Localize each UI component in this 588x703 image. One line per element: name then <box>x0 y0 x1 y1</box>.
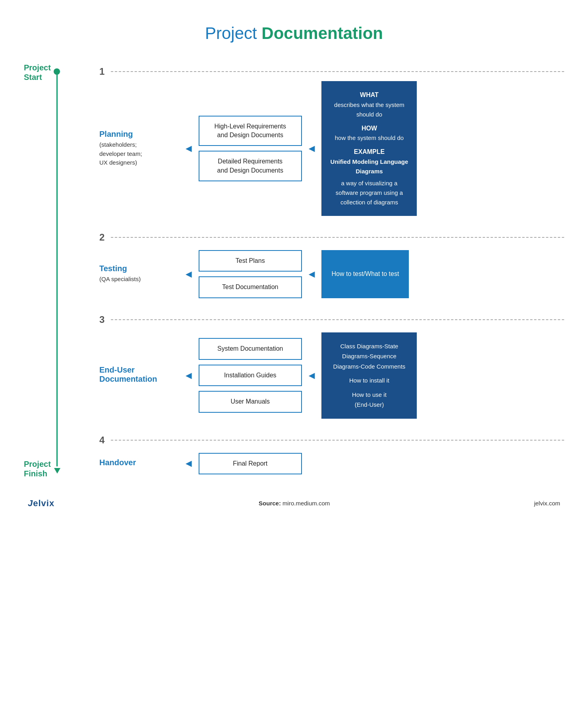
footer: Jelvix Source: miro.medium.com jelvix.co… <box>24 498 564 509</box>
phase-3-section: 3 End-UserDocumentation ◄ System Documen… <box>99 314 564 431</box>
phase-2-docs: Test Plans Test Documentation <box>199 250 302 298</box>
doc-box-system-doc: System Documentation <box>199 338 302 359</box>
phase-4-section: 4 Handover ◄ Final Report <box>99 435 564 486</box>
project-finish-label: ProjectFinish <box>24 459 52 478</box>
phase-2-arrow: ◄ <box>179 268 199 280</box>
phase-1-label-sub: (stakeholders;developer team;UX designer… <box>99 140 175 167</box>
phase-3-label-col: End-UserDocumentation <box>99 365 179 385</box>
phase-3-arrow-info: ◄ <box>302 369 322 382</box>
phase-3-docs: System Documentation Installation Guides… <box>199 338 302 412</box>
info-what-text: describes what the systemshould do <box>329 100 409 119</box>
phase-4-number: 4 <box>99 435 104 446</box>
phase-3-info-use: How to use it(End-User) <box>329 390 409 410</box>
phase-2-label-col: Testing (QA specialists) <box>99 264 179 284</box>
project-start-label: ProjectStart <box>24 63 52 82</box>
end-arrow <box>54 468 60 474</box>
footer-logo-rest: elvix <box>33 498 54 508</box>
info-example-title: Unified Modeling LanguageDiagrams <box>329 157 409 176</box>
footer-source: Source: miro.medium.com <box>259 500 330 507</box>
phase-4-content: Handover ◄ Final Report <box>99 453 564 486</box>
phase-3-dashed-line <box>111 319 564 320</box>
phase-2-dashed-line <box>111 237 564 238</box>
phase-1-docs: High-Level Requirementsand Design Docume… <box>199 116 302 182</box>
footer-source-label: Source: <box>259 500 281 507</box>
footer-logo: Jelvix <box>28 498 54 509</box>
phase-1-label-title: Planning <box>99 130 175 139</box>
phase-1-arrow-info: ◄ <box>302 142 322 155</box>
phase-3-arrow: ◄ <box>179 369 199 382</box>
main-layout: ProjectStart ProjectFinish 1 Pla <box>24 63 564 490</box>
title-part1: Project <box>205 24 261 43</box>
phase-2-number-row: 2 <box>99 232 564 243</box>
doc-box-test-plans: Test Plans <box>199 250 302 272</box>
phase-2-number: 2 <box>99 232 104 243</box>
info-how-label: HOW <box>329 123 409 134</box>
phase-3-info-panel: Class Diagrams-StateDiagrams-SequenceDia… <box>321 332 417 419</box>
phase-1-number-row: 1 <box>99 66 564 77</box>
phase-1-content: Planning (stakeholders;developer team;UX… <box>99 81 564 228</box>
phase-2-info-panel: How to test/What to test <box>321 250 409 298</box>
phase-3-number-row: 3 <box>99 314 564 325</box>
phase-2-label-title: Testing <box>99 264 175 273</box>
doc-box-detailed: Detailed Requirementsand Design Document… <box>199 151 302 181</box>
phase-3-label-title: End-UserDocumentation <box>99 365 175 384</box>
doc-box-final-report: Final Report <box>199 453 302 474</box>
doc-box-install-guides: Installation Guides <box>199 365 302 386</box>
timeline-column: ProjectStart ProjectFinish <box>24 63 91 490</box>
phase-3-info-diagrams: Class Diagrams-StateDiagrams-SequenceDia… <box>329 341 409 372</box>
phase-4-label-title: Handover <box>99 458 175 467</box>
phase-4-docs: Final Report <box>199 453 302 474</box>
info-example-text: a way of visualizing asoftware program u… <box>329 179 409 207</box>
phase-4-arrow: ◄ <box>179 457 199 470</box>
phase-4-label-col: Handover <box>99 458 179 469</box>
phase-1-number: 1 <box>99 66 104 77</box>
phase-3-number: 3 <box>99 314 104 325</box>
phase-3-info-install: How to install it <box>329 375 409 386</box>
phase-4-number-row: 4 <box>99 435 564 446</box>
start-dot <box>54 68 60 75</box>
phase-2-content: Testing (QA specialists) ◄ Test Plans Te… <box>99 250 564 310</box>
phase-1-section: 1 Planning (stakeholders;developer team;… <box>99 63 564 228</box>
phase-1-arrow: ◄ <box>179 142 199 155</box>
phase-1-info-panel: WHAT describes what the systemshould do … <box>321 81 417 216</box>
phase-2-info-text: How to test/What to test <box>332 269 399 279</box>
info-what-label: WHAT <box>329 90 409 100</box>
footer-source-value: miro.medium.com <box>282 500 330 507</box>
phase-1-dashed-line <box>111 71 564 72</box>
project-finish-text: ProjectFinish <box>24 459 52 478</box>
title-part2: Documentation <box>261 24 383 43</box>
page-title: Project Documentation <box>24 16 564 43</box>
footer-url: jelvix.com <box>534 500 560 507</box>
footer-logo-j: J <box>28 498 33 508</box>
phase-4-dashed-line <box>111 440 564 441</box>
info-how-text: how the system should do <box>329 133 409 143</box>
doc-box-high-level: High-Level Requirementsand Design Docume… <box>199 116 302 146</box>
phase-2-arrow-info: ◄ <box>302 268 322 280</box>
doc-box-user-manuals: User Manuals <box>199 391 302 412</box>
content-area: 1 Planning (stakeholders;developer team;… <box>91 63 564 490</box>
page: Project Documentation ProjectStart Proje… <box>0 0 588 703</box>
phase-1-label-col: Planning (stakeholders;developer team;UX… <box>99 130 179 167</box>
phase-2-section: 2 Testing (QA specialists) ◄ Test Plans … <box>99 232 564 310</box>
phase-2-label-sub: (QA specialists) <box>99 275 175 284</box>
doc-box-test-doc: Test Documentation <box>199 276 302 298</box>
vertical-line <box>56 71 58 466</box>
info-example-label: EXAMPLE <box>329 147 409 157</box>
phase-3-content: End-UserDocumentation ◄ System Documenta… <box>99 332 564 431</box>
project-start-text: ProjectStart <box>24 63 52 82</box>
